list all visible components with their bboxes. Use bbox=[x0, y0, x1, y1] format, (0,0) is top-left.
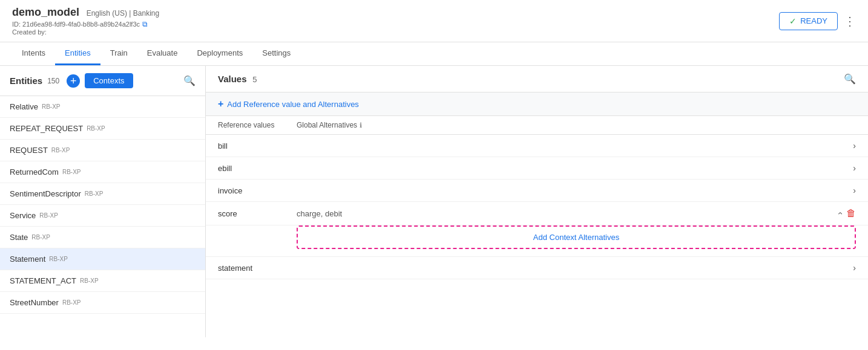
model-name: demo_model bbox=[12, 6, 79, 18]
sidebar-item-badge: RB-XP bbox=[42, 103, 61, 110]
right-panel: Values 5 🔍 + Add Reference value and Alt… bbox=[206, 66, 868, 337]
tab-entities[interactable]: Entities bbox=[55, 42, 100, 65]
tab-evaluate[interactable]: Evaluate bbox=[137, 42, 188, 65]
sidebar-header: Entities 150 + Contexts 🔍 bbox=[0, 66, 205, 96]
tab-settings[interactable]: Settings bbox=[252, 42, 300, 65]
add-reference-plus-icon: + bbox=[218, 99, 223, 109]
header-right: ✓ READY ⋮ bbox=[779, 12, 856, 30]
sidebar-item-badge: RB-XP bbox=[39, 212, 58, 219]
sidebar-item-badge: RB-XP bbox=[51, 147, 70, 154]
header-left: demo_model English (US) | Banking ID: 21… bbox=[12, 6, 159, 36]
ready-label: READY bbox=[800, 16, 827, 25]
values-title: Values bbox=[218, 74, 247, 84]
expanded-row-score: score charge, debit › 🗑 Add Context Alte… bbox=[206, 202, 868, 257]
sidebar-item-statement-act[interactable]: STATEMENT_ACT RB-XP bbox=[0, 270, 205, 292]
more-options-button[interactable]: ⋮ bbox=[844, 14, 856, 28]
table-row: ebill › bbox=[206, 157, 868, 180]
sidebar-item-label: ReturnedCom bbox=[10, 167, 59, 177]
values-title-group: Values 5 bbox=[218, 74, 257, 84]
sidebar-item-state[interactable]: State RB-XP bbox=[0, 227, 205, 248]
add-context-btn-wrapper: Add Context Alternatives bbox=[297, 225, 856, 249]
sidebar-item-label: SentimentDescriptor bbox=[10, 189, 81, 198]
sidebar-item-badge: RB-XP bbox=[62, 169, 81, 175]
table-row: statement › bbox=[206, 257, 868, 279]
app-title: demo_model English (US) | Banking bbox=[12, 6, 159, 19]
sidebar-item-label: Relative bbox=[10, 102, 38, 111]
sidebar-item-badge: RB-XP bbox=[87, 125, 105, 132]
sidebar-search-button[interactable]: 🔍 bbox=[183, 75, 196, 86]
sidebar-item-statement[interactable]: Statement RB-XP bbox=[0, 248, 205, 270]
chevron-down-icon[interactable]: › bbox=[853, 141, 856, 151]
sidebar-item-label: REPEAT_REQUEST bbox=[10, 124, 83, 133]
values-header: Values 5 🔍 bbox=[206, 66, 868, 92]
sidebar-item-label: REQUEST bbox=[10, 146, 48, 155]
value-ref-score: score bbox=[218, 209, 297, 218]
ready-button[interactable]: ✓ READY bbox=[779, 12, 838, 30]
header: demo_model English (US) | Banking ID: 21… bbox=[0, 0, 868, 42]
contexts-button[interactable]: Contexts bbox=[85, 73, 133, 88]
created-by: Created by: bbox=[12, 28, 159, 36]
value-ref-bill: bill bbox=[218, 141, 297, 151]
expanded-section: Add Context Alternatives bbox=[206, 225, 868, 257]
value-ref-statement: statement bbox=[218, 264, 297, 273]
chevron-down-icon[interactable]: › bbox=[853, 186, 856, 195]
values-search-button[interactable]: 🔍 bbox=[844, 73, 856, 85]
id-row: ID: 21d6ea98-fdf9-4fa0-b8b8-a89b24a2lf3c… bbox=[12, 19, 159, 28]
sidebar-item-relative[interactable]: Relative RB-XP bbox=[0, 96, 205, 118]
sidebar-item-request[interactable]: REQUEST RB-XP bbox=[0, 140, 205, 161]
sidebar-item-label: Statement bbox=[10, 254, 45, 264]
delete-row-icon[interactable]: 🗑 bbox=[846, 208, 856, 219]
add-entity-button[interactable]: + bbox=[67, 74, 80, 88]
sidebar-item-badge: RB-XP bbox=[49, 256, 68, 262]
sidebar-item-returnedcom[interactable]: ReturnedCom RB-XP bbox=[0, 161, 205, 183]
sidebar-item-badge: RB-XP bbox=[85, 190, 104, 197]
sidebar-item-label: StreetNumber bbox=[10, 298, 59, 307]
model-meta: English (US) | Banking bbox=[87, 9, 160, 18]
main-layout: Entities 150 + Contexts 🔍 Relative RB-XP… bbox=[0, 66, 868, 337]
sidebar-item-badge: RB-XP bbox=[80, 277, 99, 284]
table-row: invoice › bbox=[206, 180, 868, 202]
chevron-up-icon[interactable]: › bbox=[835, 212, 845, 215]
sidebar-item-label: STATEMENT_ACT bbox=[10, 276, 76, 285]
chevron-down-icon[interactable]: › bbox=[853, 163, 856, 173]
sidebar-title: Entities bbox=[10, 76, 42, 86]
sidebar-item-sentimentdescriptor[interactable]: SentimentDescriptor RB-XP bbox=[0, 183, 205, 205]
add-reference-row[interactable]: + Add Reference value and Alternatives bbox=[206, 92, 868, 116]
sidebar-item-label: Service bbox=[10, 211, 36, 220]
table-headers: Reference values Global Alternatives ℹ bbox=[206, 116, 868, 135]
add-context-alternatives-button[interactable]: Add Context Alternatives bbox=[298, 227, 855, 248]
chevron-down-icon[interactable]: › bbox=[853, 263, 856, 273]
tab-deployments[interactable]: Deployments bbox=[187, 42, 252, 65]
value-ref-invoice: invoice bbox=[218, 186, 297, 195]
sidebar-item-label: State bbox=[10, 233, 28, 242]
col-global-label: Global Alternatives bbox=[297, 121, 357, 129]
id-text: ID: 21d6ea98-fdf9-4fa0-b8b8-a89b24a2lf3c bbox=[12, 21, 140, 28]
value-global-score: charge, debit bbox=[297, 209, 833, 218]
sidebar-item-badge: RB-XP bbox=[31, 234, 50, 241]
tab-intents[interactable]: Intents bbox=[12, 42, 55, 65]
sidebar-item-badge: RB-XP bbox=[62, 299, 81, 306]
add-reference-label: Add Reference value and Alternatives bbox=[227, 100, 359, 109]
table-row: score charge, debit › 🗑 bbox=[206, 202, 868, 225]
col-ref-header: Reference values bbox=[218, 121, 297, 129]
ready-check-icon: ✓ bbox=[789, 16, 797, 26]
col-global-header: Global Alternatives ℹ bbox=[297, 121, 856, 129]
sidebar-item-streetnumber[interactable]: StreetNumber RB-XP bbox=[0, 292, 205, 314]
nav-tabs: Intents Entities Train Evaluate Deployme… bbox=[0, 42, 868, 66]
entities-count: 150 bbox=[47, 77, 59, 85]
tab-train[interactable]: Train bbox=[100, 42, 137, 65]
table-row: bill › bbox=[206, 135, 868, 157]
sidebar-item-repeat-request[interactable]: REPEAT_REQUEST RB-XP bbox=[0, 118, 205, 140]
value-ref-ebill: ebill bbox=[218, 164, 297, 173]
copy-icon[interactable]: ⧉ bbox=[142, 20, 148, 28]
sidebar: Entities 150 + Contexts 🔍 Relative RB-XP… bbox=[0, 66, 206, 337]
sidebar-item-service[interactable]: Service RB-XP bbox=[0, 205, 205, 227]
info-icon[interactable]: ℹ bbox=[360, 122, 362, 129]
values-count: 5 bbox=[252, 75, 257, 84]
